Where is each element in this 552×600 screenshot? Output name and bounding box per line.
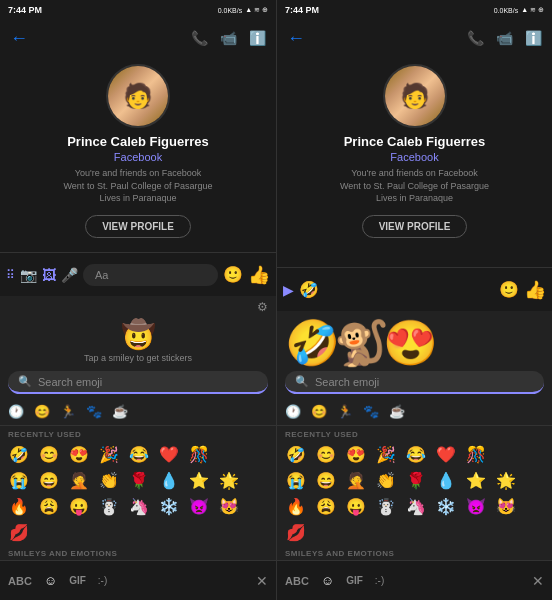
mic-icon-left[interactable]: 🎤	[61, 267, 78, 283]
emoji-star-left[interactable]: ⭐	[184, 467, 214, 493]
video-icon-left[interactable]: 📹	[220, 30, 237, 46]
tab-people-right[interactable]: 🏃	[337, 404, 353, 419]
emoji-heart-left[interactable]: ❤️	[154, 441, 184, 467]
emoji-sparkle-left[interactable]: 🌟	[214, 467, 244, 493]
emoji-joy-right[interactable]: 😂	[401, 441, 431, 467]
emoji-unicorn-right[interactable]: 🦄	[401, 493, 431, 519]
phone-icon-left[interactable]: 📞	[191, 30, 208, 46]
emoji-grin-left[interactable]: 😄	[34, 467, 64, 493]
emoji-lips-left[interactable]: 💋	[4, 519, 34, 545]
video-icon-right[interactable]: 📹	[496, 30, 513, 46]
emoji-party-left[interactable]: 🎉	[94, 441, 124, 467]
kb-close-left[interactable]: ✕	[256, 573, 268, 589]
emoji-fire-left[interactable]: 🔥	[4, 493, 34, 519]
nav-icons-right: 📞 📹 ℹ️	[467, 30, 542, 46]
kb-gif-right[interactable]: GIF	[346, 575, 363, 586]
kb-abc-right[interactable]: ABC	[285, 575, 309, 587]
emoji-rose-left[interactable]: 🌹	[124, 467, 154, 493]
emoji-grin-right[interactable]: 😄	[311, 467, 341, 493]
emoji-party-right[interactable]: 🎉	[371, 441, 401, 467]
back-button-right[interactable]: ←	[287, 28, 305, 49]
search-input-left[interactable]	[38, 376, 258, 388]
emoji-hearts-right[interactable]: 😍	[341, 441, 371, 467]
like-icon-right[interactable]: 👍	[524, 279, 546, 301]
kb-close-right[interactable]: ✕	[532, 573, 544, 589]
top-nav-right: ← 📞 📹 ℹ️	[277, 20, 552, 56]
emoji-smile-right[interactable]: 😊	[311, 441, 341, 467]
tab-animal-right[interactable]: 🐾	[363, 404, 379, 419]
tab-recent-right[interactable]: 🕐	[285, 404, 301, 419]
kb-emoji-tab-left[interactable]: ☺	[44, 573, 57, 588]
search-input-right[interactable]	[315, 376, 534, 388]
emoji-hearts-left[interactable]: 😍	[64, 441, 94, 467]
emoji-weary-right[interactable]: 😩	[311, 493, 341, 519]
emoji-facepalm-right[interactable]: 🤦	[341, 467, 371, 493]
message-input-left[interactable]: Aa	[83, 264, 218, 286]
emoji-smile-left[interactable]: 😊	[34, 441, 64, 467]
emoji-confetti-right[interactable]: 🎊	[461, 441, 491, 467]
emoji-clap-left[interactable]: 👏	[94, 467, 124, 493]
tab-smiley-right[interactable]: 😊	[311, 404, 327, 419]
emoji-search-right[interactable]: 🔍	[285, 371, 544, 394]
search-icon-left: 🔍	[18, 375, 32, 388]
emoji-facepalm-left[interactable]: 🤦	[64, 467, 94, 493]
phone-icon-right[interactable]: 📞	[467, 30, 484, 46]
tab-people-left[interactable]: 🏃	[60, 404, 76, 419]
emoji-star-right[interactable]: ⭐	[461, 467, 491, 493]
emoji-confetti-left[interactable]: 🎊	[184, 441, 214, 467]
emoji-snowman-right[interactable]: ☃️	[371, 493, 401, 519]
tab-food-left[interactable]: ☕	[112, 404, 128, 419]
emoji-drop-right[interactable]: 💧	[431, 467, 461, 493]
emoji-tongue-right[interactable]: 😛	[341, 493, 371, 519]
settings-icon-left[interactable]: ⚙	[257, 300, 268, 314]
emoji-imp-left[interactable]: 👿	[184, 493, 214, 519]
like-icon-left[interactable]: 👍	[248, 264, 270, 286]
view-profile-button-right[interactable]: VIEW PROFILE	[362, 215, 468, 238]
emoji-tongue-left[interactable]: 😛	[64, 493, 94, 519]
sticker-emoji-right[interactable]: 🤣	[299, 280, 319, 299]
emoji-clap-right[interactable]: 👏	[371, 467, 401, 493]
kb-emoji-tab-right[interactable]: ☺	[321, 573, 334, 588]
emoji-search-left[interactable]: 🔍	[8, 371, 268, 394]
emoji-joy-left[interactable]: 😂	[124, 441, 154, 467]
emoji-catface-left[interactable]: 😻	[214, 493, 244, 519]
info-icon-left[interactable]: ℹ️	[249, 30, 266, 46]
kb-gif-left[interactable]: GIF	[69, 575, 86, 586]
kb-sticker-right[interactable]: :-)	[375, 575, 384, 586]
emoji-icon-right[interactable]: 🙂	[499, 280, 519, 299]
emoji-fire-right[interactable]: 🔥	[281, 493, 311, 519]
emoji-weary-left[interactable]: 😩	[34, 493, 64, 519]
image-icon-left[interactable]: 🖼	[42, 267, 56, 283]
emoji-snowman-left[interactable]: ☃️	[94, 493, 124, 519]
camera-icon-left[interactable]: 📷	[20, 267, 37, 283]
back-button-left[interactable]: ←	[10, 28, 28, 49]
grid-icon-left[interactable]: ⠿	[6, 268, 15, 282]
info-icon-right[interactable]: ℹ️	[525, 30, 542, 46]
emoji-laugh-left[interactable]: 🤣	[4, 441, 34, 467]
tab-smiley-left[interactable]: 😊	[34, 404, 50, 419]
emoji-cry-right[interactable]: 😭	[281, 467, 311, 493]
emoji-cry-left[interactable]: 😭	[4, 467, 34, 493]
kb-abc-left[interactable]: ABC	[8, 575, 32, 587]
emoji-heart-right[interactable]: ❤️	[431, 441, 461, 467]
emoji-grid-row2-left: 😭 😄 🤦 👏 🌹 💧 ⭐ 🌟	[0, 467, 276, 493]
emoji-lips-right[interactable]: 💋	[281, 519, 311, 545]
tab-food-right[interactable]: ☕	[389, 404, 405, 419]
emoji-snow-left[interactable]: ❄️	[154, 493, 184, 519]
kb-sticker-left[interactable]: :-)	[98, 575, 107, 586]
emoji-drop-left[interactable]: 💧	[154, 467, 184, 493]
emoji-rose-right[interactable]: 🌹	[401, 467, 431, 493]
emoji-snow-right[interactable]: ❄️	[431, 493, 461, 519]
sticker-icon-right[interactable]: ▶	[283, 282, 294, 298]
tab-recent-left[interactable]: 🕐	[8, 404, 24, 419]
emoji-sparkle-right[interactable]: 🌟	[491, 467, 521, 493]
profile-section-right: 🧑 Prince Caleb Figuerres Facebook You're…	[277, 56, 552, 267]
emoji-laugh-right[interactable]: 🤣	[281, 441, 311, 467]
large-sticker-laugh-right: 🤣	[285, 317, 340, 369]
emoji-icon-left[interactable]: 🙂	[223, 265, 243, 284]
emoji-unicorn-left[interactable]: 🦄	[124, 493, 154, 519]
emoji-catface-right[interactable]: 😻	[491, 493, 521, 519]
view-profile-button-left[interactable]: VIEW PROFILE	[85, 215, 191, 238]
tab-animal-left[interactable]: 🐾	[86, 404, 102, 419]
emoji-imp-right[interactable]: 👿	[461, 493, 491, 519]
